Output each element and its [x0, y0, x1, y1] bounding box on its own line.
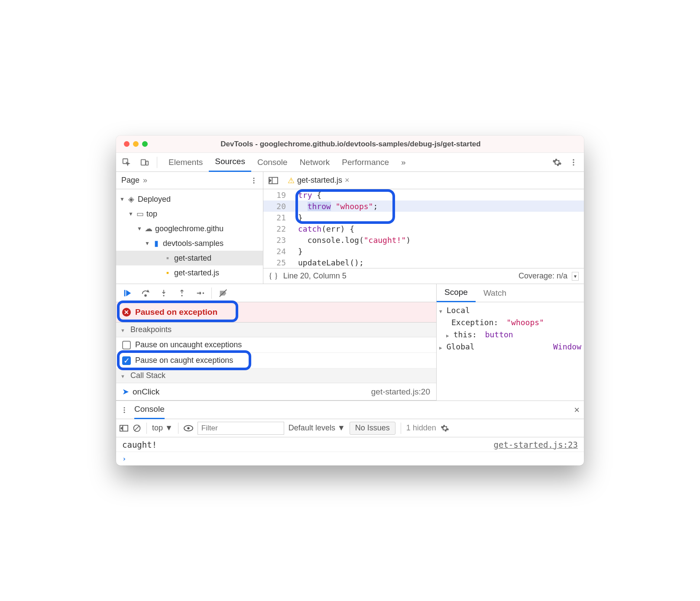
console-prompt[interactable]: ›: [116, 452, 584, 465]
coverage-label: Coverage: n/a: [519, 271, 567, 281]
svg-rect-11: [124, 290, 126, 296]
tree-top[interactable]: ▼▭top: [116, 207, 263, 221]
clear-console-icon[interactable]: [133, 424, 141, 433]
scope-panel: Scope Watch Local Exception: "whoops" th…: [437, 284, 584, 401]
step-over-icon[interactable]: [138, 285, 153, 301]
callstack-frame[interactable]: ➤ onClick get-started.js:20: [116, 383, 436, 401]
svg-point-14: [181, 295, 182, 296]
window-title: DevTools - googlechrome.github.io/devtoo…: [151, 140, 576, 149]
tab-scope[interactable]: Scope: [437, 284, 476, 302]
navigator-header: Page »: [116, 172, 263, 189]
toggle-navigator-icon[interactable]: [266, 177, 281, 184]
code-line-24[interactable]: 24}: [263, 246, 584, 257]
console-drawer-header: Console ×: [116, 401, 584, 419]
svg-point-19: [124, 411, 125, 413]
bp-caught-row[interactable]: ✓ Pause on caught exceptions: [116, 353, 436, 368]
paused-banner-wrap: ✕ Paused on exception: [116, 302, 436, 323]
console-sidebar-toggle-icon[interactable]: [120, 424, 128, 432]
drawer-menu-icon[interactable]: [120, 406, 128, 414]
panel-tabs: Elements Sources Console Network Perform…: [162, 153, 412, 172]
dropdown-icon[interactable]: ▾: [572, 272, 579, 281]
resume-icon[interactable]: [120, 285, 135, 301]
editor-tab-file[interactable]: ⚠ get-started.js ×: [284, 172, 353, 189]
paused-banner: ✕ Paused on exception: [116, 302, 436, 322]
tab-performance[interactable]: Performance: [336, 153, 395, 172]
tree-file-html[interactable]: ▪get-started: [116, 251, 263, 265]
code-line-23[interactable]: 23 console.log("caught!"): [263, 234, 584, 246]
close-drawer-icon[interactable]: ×: [574, 404, 580, 416]
code-line-21[interactable]: 21}: [263, 212, 584, 223]
code-line-19[interactable]: 19try {: [263, 189, 584, 200]
scope-global[interactable]: Global Window: [439, 340, 581, 352]
svg-rect-1: [141, 159, 146, 165]
cloud-icon: ☁: [144, 224, 153, 233]
frame-name: onClick: [133, 387, 159, 397]
console-filter-input[interactable]: [198, 422, 284, 435]
scope-local[interactable]: Local: [439, 304, 581, 316]
log-levels-dropdown[interactable]: Default levels ▼: [288, 423, 345, 433]
settings-icon[interactable]: [550, 155, 564, 169]
inspect-element-icon[interactable]: [120, 155, 133, 169]
paused-message: Paused on exception: [135, 307, 217, 317]
tree-host[interactable]: ▼☁googlechrome.githu: [116, 221, 263, 236]
scope-this[interactable]: this: button: [439, 328, 581, 340]
tree-deployed[interactable]: ▼◈Deployed: [116, 192, 263, 207]
device-toolbar-icon[interactable]: [138, 155, 152, 169]
console-context[interactable]: top ▼: [152, 423, 173, 433]
code-area[interactable]: 19try {20 throw "whoops";21}22catch(err)…: [263, 189, 584, 268]
navigator-tab-page[interactable]: Page: [121, 176, 139, 185]
tabs-overflow[interactable]: »: [395, 153, 412, 172]
tab-network[interactable]: Network: [294, 153, 336, 172]
checkbox-unchecked[interactable]: [122, 341, 131, 349]
separator: [401, 423, 401, 434]
svg-point-15: [203, 292, 204, 294]
svg-rect-2: [146, 161, 149, 165]
tab-elements[interactable]: Elements: [162, 153, 209, 172]
svg-point-3: [573, 159, 574, 160]
navigator-overflow[interactable]: »: [143, 176, 147, 185]
scope-exception: Exception: "whoops": [439, 316, 581, 328]
breakpoints-header[interactable]: Breakpoints: [116, 323, 436, 337]
main-toolbar: Elements Sources Console Network Perform…: [116, 153, 584, 172]
braces-icon[interactable]: { }: [269, 271, 278, 281]
bp-caught-label: Pause on caught exceptions: [135, 356, 233, 365]
editor-tabs: ⚠ get-started.js ×: [263, 172, 584, 189]
svg-point-18: [124, 409, 125, 410]
code-line-22[interactable]: 22catch(err) {: [263, 223, 584, 234]
live-expression-icon[interactable]: [184, 425, 193, 432]
separator: [157, 157, 157, 168]
tab-sources[interactable]: Sources: [209, 153, 251, 172]
tree-folder[interactable]: ▼▮devtools-samples: [116, 236, 263, 251]
issues-button[interactable]: No Issues: [350, 422, 395, 435]
checkbox-checked[interactable]: ✓: [122, 356, 131, 365]
code-line-25[interactable]: 25updateLabel();: [263, 257, 584, 268]
tree-file-js[interactable]: ▪get-started.js: [116, 265, 263, 280]
frame-icon: ▭: [135, 209, 145, 219]
svg-point-4: [573, 162, 574, 163]
zoom-window-button[interactable]: [142, 141, 148, 147]
step-icon[interactable]: [192, 285, 208, 301]
step-out-icon[interactable]: [174, 285, 190, 301]
navigator-sidebar: Page » ▼◈Deployed ▼▭top ▼☁googlechrome.g…: [116, 172, 263, 284]
step-into-icon[interactable]: [156, 285, 172, 301]
bp-uncaught-label: Pause on uncaught exceptions: [135, 340, 242, 349]
current-frame-icon: ➤: [122, 387, 129, 397]
bp-uncaught-row[interactable]: Pause on uncaught exceptions: [116, 337, 436, 353]
code-line-20[interactable]: 20 throw "whoops";: [263, 200, 584, 212]
window-controls: [124, 141, 148, 147]
tab-console[interactable]: Console: [251, 153, 294, 172]
console-toolbar: top ▼ Default levels ▼ No Issues 1 hidde…: [116, 419, 584, 437]
navigator-menu-icon[interactable]: [250, 177, 258, 184]
editor-tab-label: get-started.js: [297, 176, 342, 185]
callstack-header[interactable]: Call Stack: [116, 368, 436, 383]
deactivate-breakpoints-icon[interactable]: [215, 285, 231, 301]
frame-location: get-started.js:20: [371, 387, 430, 397]
console-tab[interactable]: Console: [134, 401, 165, 419]
tab-watch[interactable]: Watch: [476, 284, 514, 302]
close-window-button[interactable]: [124, 141, 130, 147]
console-settings-icon[interactable]: [441, 424, 449, 433]
minimize-window-button[interactable]: [133, 141, 139, 147]
close-tab-icon[interactable]: ×: [345, 176, 350, 185]
kebab-menu-icon[interactable]: [567, 155, 580, 169]
console-log-source[interactable]: get-started.js:23: [494, 440, 578, 449]
